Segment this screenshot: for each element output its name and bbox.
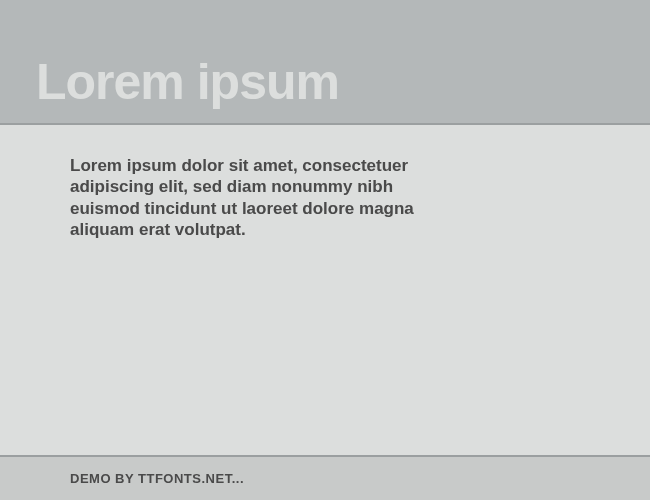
- header: Lorem ipsum: [0, 0, 650, 125]
- page-title: Lorem ipsum: [36, 53, 339, 111]
- footer: DEMO BY TTFONTS.NET...: [0, 455, 650, 500]
- body-text: Lorem ipsum dolor sit amet, consectetuer…: [70, 155, 450, 240]
- footer-text: DEMO BY TTFONTS.NET...: [70, 471, 244, 486]
- content-area: Lorem ipsum dolor sit amet, consectetuer…: [0, 125, 650, 455]
